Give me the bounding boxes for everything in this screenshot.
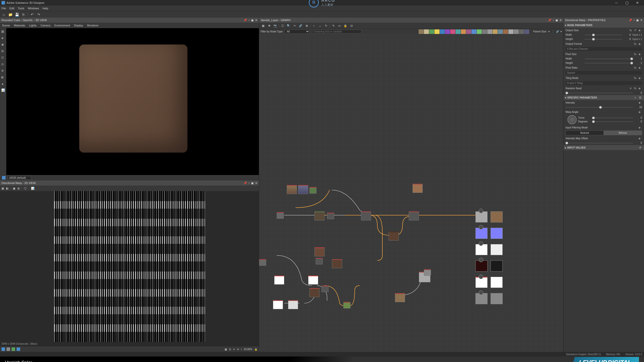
color-swatch[interactable] [503, 29, 508, 34]
pin-2d-icon[interactable]: 📌 [244, 182, 247, 185]
zoom-lock-icon[interactable]: 🔒 [254, 348, 257, 351]
graph-align-v-icon[interactable]: ⫠ [317, 23, 323, 28]
expose-icon[interactable]: ◈ [638, 76, 642, 79]
zoom-grid-icon[interactable]: ▦ [225, 348, 227, 351]
graph-node[interactable] [259, 259, 266, 266]
graph-node[interactable] [389, 232, 399, 241]
output-node-roughness[interactable] [475, 244, 488, 255]
tab-scene[interactable]: Scene [2, 24, 10, 27]
output-node[interactable] [491, 277, 503, 288]
height-value[interactable]: 0 [623, 38, 631, 40]
link-icon[interactable]: ⇆ [634, 76, 637, 79]
redo-icon[interactable]: ↷ [36, 12, 41, 17]
degrees-slider[interactable] [592, 121, 633, 122]
view2d-canvas[interactable] [0, 191, 259, 342]
rail-tool-3-icon[interactable]: ◉ [1, 43, 5, 47]
px-width-value[interactable]: 1 [634, 57, 642, 60]
graph-node[interactable] [298, 185, 308, 194]
output-node-metallic[interactable] [475, 260, 488, 272]
graph-info-icon[interactable]: ⓘ [280, 23, 285, 28]
graph-node[interactable] [424, 269, 431, 276]
maximize-graph-icon[interactable]: ▣ [555, 19, 558, 22]
output-node-normal[interactable] [475, 228, 488, 239]
output-node[interactable] [491, 260, 503, 272]
expose-icon[interactable]: ◈ [638, 29, 642, 32]
graph-cut-icon[interactable]: ✂ [292, 23, 297, 28]
menu-windows[interactable]: Windows [28, 7, 39, 10]
rail-tool-6-icon[interactable]: ◎ [1, 62, 5, 66]
section-specific-params[interactable]: ▾SPECIFIC PARAMETERS ≡☰ [564, 95, 644, 100]
expose-icon[interactable]: ◈ [638, 42, 642, 45]
expose-icon[interactable]: ◈ [638, 87, 642, 90]
color-swatch[interactable] [445, 29, 450, 34]
angle-dial[interactable] [568, 115, 577, 124]
undo-icon[interactable]: ↶ [30, 12, 34, 17]
swatch-icon-4[interactable] [17, 347, 20, 351]
output-node[interactable] [491, 293, 503, 304]
graph-camera-icon[interactable]: 📷 [273, 23, 278, 28]
graph-grid-icon[interactable]: ⊞ [304, 23, 309, 28]
menu-help[interactable]: Help [43, 7, 48, 10]
rail-tool-7-icon[interactable]: ⊕ [1, 69, 5, 73]
graph-snap-icon[interactable]: ⊡ [349, 23, 354, 28]
color-swatch[interactable] [429, 29, 434, 34]
graph-node[interactable] [361, 211, 371, 220]
reset-icon[interactable]: ↺ [639, 146, 642, 149]
output-node[interactable] [491, 211, 503, 222]
color-swatch[interactable] [450, 29, 455, 34]
rail-tool-8-icon[interactable]: ◐ [1, 75, 5, 79]
graph-node[interactable] [288, 300, 298, 309]
open-icon[interactable]: 📁 [8, 12, 13, 17]
color-swatch[interactable] [524, 29, 529, 34]
output-node-height[interactable] [475, 277, 488, 288]
swatch-icon-1[interactable] [2, 347, 5, 351]
color-swatch[interactable] [482, 29, 487, 34]
color-swatch[interactable] [477, 29, 482, 34]
graph-node[interactable] [413, 184, 423, 193]
graph-node[interactable] [308, 276, 318, 285]
tiling-mode-value[interactable]: H and V Tiling [566, 81, 642, 85]
color-swatch[interactable] [508, 29, 513, 34]
graph-zoom-icon[interactable]: 🔍 [286, 23, 291, 28]
graph-node[interactable] [287, 185, 297, 194]
tab-camera[interactable]: Camera [41, 24, 50, 27]
view2d-tool-2-icon[interactable]: ◧ [6, 187, 9, 190]
px-height-slider[interactable] [585, 63, 633, 63]
graph-node[interactable] [309, 187, 316, 194]
seed-slider[interactable] [566, 93, 633, 93]
section-base-params[interactable]: ▾BASE PARAMETERS [564, 23, 644, 28]
output-node-ao[interactable] [475, 293, 488, 304]
rail-tool-4-icon[interactable]: ⊞ [1, 49, 5, 53]
graph-node[interactable] [321, 286, 329, 292]
graph-node[interactable] [273, 300, 283, 309]
seed-value[interactable]: 0 [634, 92, 642, 94]
save-all-icon[interactable]: ⎘ [21, 12, 26, 17]
close-props-icon[interactable]: ✕ [640, 19, 642, 22]
graph-node[interactable] [343, 302, 350, 308]
graph-node[interactable] [316, 258, 323, 264]
section-input-values[interactable]: ▸INPUT VALUES ↺ [564, 145, 644, 150]
swatch-icon-2[interactable] [7, 347, 10, 351]
graph-node[interactable] [309, 288, 319, 297]
height-slider[interactable] [585, 39, 622, 39]
color-swatch[interactable] [471, 29, 476, 34]
graph-refresh-icon[interactable]: ↻ [324, 23, 329, 28]
filter-search-input[interactable] [311, 30, 361, 33]
intensity-value[interactable]: 10 [634, 106, 642, 109]
pin-icon[interactable]: 📌 [244, 19, 247, 22]
popout-graph-icon[interactable]: ▫ [553, 19, 554, 22]
color-swatch[interactable] [466, 29, 471, 34]
close-graph-icon[interactable]: ✕ [559, 19, 562, 22]
zoom-x-icon[interactable]: ✕ [233, 348, 235, 351]
pin-graph-icon[interactable]: 📌 [548, 19, 551, 22]
tab-lights[interactable]: Lights [29, 24, 36, 27]
tab-display[interactable]: Display [74, 24, 83, 27]
menu-file[interactable]: File [2, 7, 6, 10]
rail-tool-2-icon[interactable]: ◈ [1, 36, 5, 40]
graph-node[interactable] [314, 247, 325, 256]
pin-props-icon[interactable]: 📌 [629, 19, 632, 22]
close-button[interactable]: ✕ [632, 0, 642, 6]
graph-link-btn-icon[interactable]: 🔗 [556, 30, 559, 33]
swatch-icon-3[interactable] [12, 347, 15, 351]
pixel-ratio-value[interactable]: Square [566, 71, 642, 75]
